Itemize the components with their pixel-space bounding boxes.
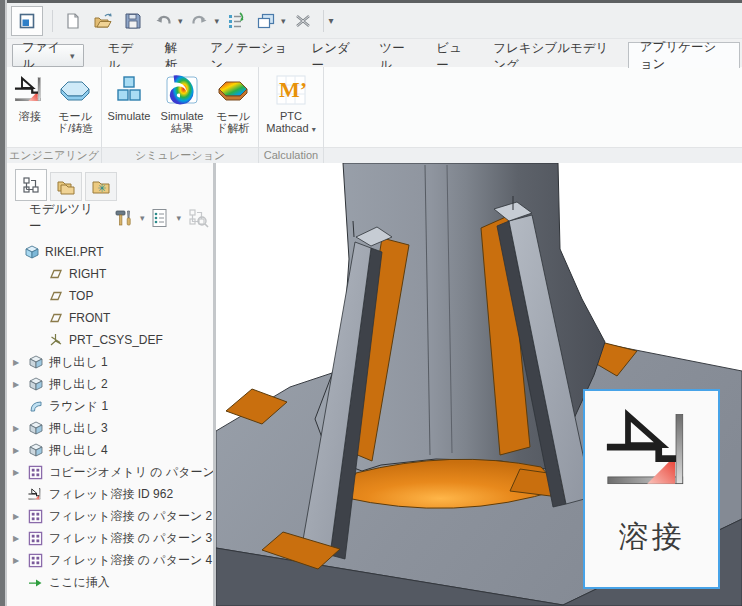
close-icon[interactable] xyxy=(290,8,316,34)
weld-icon xyxy=(603,403,701,503)
pattern-icon xyxy=(27,464,44,480)
svg-text:M’: M’ xyxy=(279,77,306,102)
pattern-icon xyxy=(27,508,44,524)
redo-icon[interactable] xyxy=(187,8,213,34)
undo-dropdown-icon[interactable]: ▾ xyxy=(178,16,183,26)
redo-dropdown-icon[interactable]: ▾ xyxy=(215,16,220,26)
save-icon[interactable] xyxy=(120,8,146,34)
tree-item-extrude-2[interactable]: ▶ 押し出し 2 xyxy=(7,373,213,395)
tree-item-copy-geometry-pattern-1[interactable]: ▶ コピージオメトリ の パターン 1 xyxy=(7,461,213,483)
overflow-dropdown-icon[interactable]: ▾ xyxy=(329,15,334,26)
tree-item-top[interactable]: TOP xyxy=(7,285,213,307)
windows-icon[interactable] xyxy=(253,8,279,34)
tools-icon[interactable] xyxy=(113,208,133,228)
csys-icon xyxy=(47,332,64,348)
folder-browser-icon xyxy=(56,178,76,196)
mold-analysis-icon xyxy=(217,73,249,107)
app-window: ▾ ▾ ▾ ▾ ファイル ▾ モデル 解析 アノテーション レンダー ツール ビ… xyxy=(0,0,742,606)
new-file-icon[interactable] xyxy=(60,8,86,34)
mathcad-icon: M’ xyxy=(276,73,306,107)
favorites-tab[interactable]: ✳ xyxy=(85,172,117,201)
datum-plane-icon xyxy=(47,288,64,304)
model-tree-tab[interactable] xyxy=(15,169,47,201)
settings-list-icon[interactable] xyxy=(151,208,169,228)
simulate-button[interactable]: Simulate xyxy=(104,70,154,145)
tree-item-front[interactable]: FRONT xyxy=(7,307,213,329)
toolbar-separator xyxy=(323,10,324,32)
weld-icon xyxy=(14,73,46,107)
mold-cast-button[interactable]: モール ド/鋳造 xyxy=(51,70,99,145)
tree-item-extrude-4[interactable]: ▶ 押し出し 4 xyxy=(7,439,213,461)
tab-tools[interactable]: ツール xyxy=(368,46,423,67)
tab-flexible-modeling[interactable]: フレキシブルモデリング xyxy=(482,46,626,67)
expand-arrow-icon[interactable]: ▶ xyxy=(13,534,27,543)
tree-item-prt-csys-def[interactable]: PRT_CSYS_DEF xyxy=(7,329,213,351)
expand-arrow-icon[interactable]: ▶ xyxy=(13,512,27,521)
weld-button-label: 溶接 xyxy=(619,517,685,558)
simulate-icon xyxy=(114,73,144,107)
panel-title: モデルツリー xyxy=(29,201,100,235)
toolbar-separator xyxy=(52,10,53,32)
expand-arrow-icon[interactable]: ▶ xyxy=(13,358,27,367)
mold-cast-icon xyxy=(59,73,91,107)
ribbon-tab-bar: ファイル ▾ モデル 解析 アノテーション レンダー ツール ビュー フレキシブ… xyxy=(7,39,742,67)
tree-item-round-1[interactable]: ▶ ラウンド 1 xyxy=(7,395,213,417)
tree-item-right[interactable]: RIGHT xyxy=(7,263,213,285)
tab-file[interactable]: ファイル ▾ xyxy=(12,44,84,67)
expand-arrow-icon[interactable]: ▶ xyxy=(13,380,27,389)
expand-arrow-icon[interactable]: ▶ xyxy=(13,446,27,455)
tree-item-extrude-1[interactable]: ▶ 押し出し 1 xyxy=(7,351,213,373)
weld-button[interactable]: 溶接 xyxy=(9,70,51,145)
tab-annotation[interactable]: アノテーション xyxy=(199,46,298,67)
tree-item-fillet-weld-pattern-4[interactable]: ▶ フィレット溶接 の パターン 4 xyxy=(7,549,213,571)
model-tree-panel: ✳ モデルツリー ▾ ▾ RIKEI.PRT RIGHT xyxy=(7,163,213,606)
tree-item-extrude-3[interactable]: ▶ 押し出し 3 xyxy=(7,417,213,439)
app-window-icon[interactable] xyxy=(11,6,43,36)
tools-dropdown-icon[interactable]: ▾ xyxy=(140,213,145,223)
pattern-icon xyxy=(27,552,44,568)
settings-dropdown-icon[interactable]: ▾ xyxy=(176,213,181,223)
navigator-tabs: ✳ xyxy=(15,169,120,201)
tree-filter-icon xyxy=(188,208,210,228)
tree-item-insert-here[interactable]: ▶ ここに挿入 xyxy=(7,571,213,593)
ribbon-group-simulation: Simulate Simulate 結果 xyxy=(102,67,259,163)
tab-analysis[interactable]: 解析 xyxy=(154,46,198,67)
open-icon[interactable] xyxy=(90,8,116,34)
datum-plane-icon xyxy=(47,310,64,326)
mathcad-dropdown-icon: ▾ xyxy=(312,125,316,134)
tree-item-fillet-weld-pattern-3[interactable]: ▶ フィレット溶接 の パターン 3 xyxy=(7,527,213,549)
ribbon: 溶接 モール ド/鋳造 エンジニアリング Simulate xyxy=(7,67,742,164)
extrude-icon xyxy=(27,376,44,392)
favorites-folder-icon: ✳ xyxy=(91,178,111,196)
window-left-edge-highlight xyxy=(5,0,7,606)
windows-dropdown-icon[interactable]: ▾ xyxy=(281,16,286,26)
tree-item-fillet-weld-id-962[interactable]: ▶ フィレット溶接 ID 962 xyxy=(7,483,213,505)
mold-analysis-button[interactable]: モール ド解析 xyxy=(210,70,256,145)
tab-view[interactable]: ビュー xyxy=(425,46,480,67)
ribbon-empty-area xyxy=(324,67,742,163)
datum-plane-icon xyxy=(47,266,64,282)
tree-item-fillet-weld-pattern-2[interactable]: ▶ フィレット溶接 の パターン 2 xyxy=(7,505,213,527)
weld-button-magnifier[interactable]: 溶接 xyxy=(583,389,720,589)
ribbon-group-engineering: 溶接 モール ド/鋳造 エンジニアリング xyxy=(7,67,102,163)
expand-arrow-icon[interactable]: ▶ xyxy=(13,424,27,433)
part-icon xyxy=(23,244,40,260)
group-label-simulation: シミュレーション xyxy=(102,147,258,164)
tab-applications[interactable]: アプリケーション xyxy=(628,42,740,68)
tab-model[interactable]: モデル xyxy=(96,46,151,67)
group-label-engineering: エンジニアリング xyxy=(7,147,101,164)
tree-item-rikei-prt[interactable]: RIKEI.PRT xyxy=(7,241,213,263)
simulate-results-button[interactable]: Simulate 結果 xyxy=(154,70,210,145)
folder-browser-tab[interactable] xyxy=(50,172,82,201)
model-tree: RIKEI.PRT RIGHT TOP FRONT PRT_CSYS_DEF ▶ xyxy=(7,241,213,593)
ptc-mathcad-button[interactable]: M’ PTC Mathcad ▾ xyxy=(261,70,321,145)
expand-arrow-icon[interactable]: ▶ xyxy=(13,468,27,477)
regenerate-icon[interactable] xyxy=(223,8,249,34)
undo-icon[interactable] xyxy=(150,8,176,34)
group-label-calculation: Calculation xyxy=(259,147,323,164)
expand-arrow-icon[interactable]: ▶ xyxy=(13,556,27,565)
tab-render[interactable]: レンダー xyxy=(300,46,366,67)
pattern-icon xyxy=(27,530,44,546)
model-tree-header: モデルツリー ▾ ▾ xyxy=(7,203,213,233)
3d-viewport[interactable]: 溶接 xyxy=(216,163,742,606)
